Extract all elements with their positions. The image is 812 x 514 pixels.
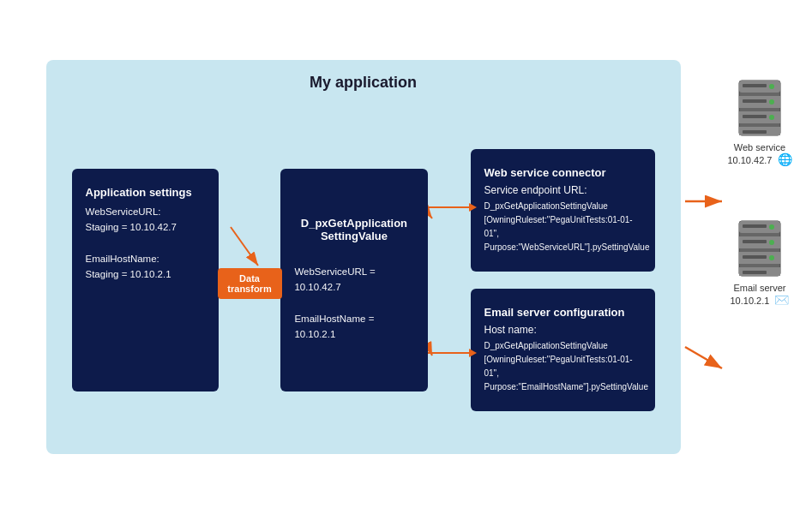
app-settings-line2: Staging = 10.10.42.7 (86, 219, 205, 235)
dt-line3: EmailHostName = (294, 311, 413, 326)
web-service-subtitle: Service endpoint URL: (484, 184, 641, 196)
svg-line-36 (685, 347, 722, 368)
email-icon: ✉️ (774, 293, 789, 307)
arrow-badge-area: Data transform (219, 279, 281, 281)
email-server-title: Email server configuration (484, 306, 641, 319)
svg-rect-20 (743, 130, 767, 134)
bottom-arrow (428, 352, 471, 354)
web-service-connector-box: Web service connector Service endpoint U… (471, 149, 655, 272)
diagram-title: My application (310, 74, 417, 92)
svg-point-16 (769, 115, 774, 120)
email-server-subtitle: Host name: (484, 324, 641, 336)
email-server-label: Email server (733, 283, 785, 293)
web-service-content: D_pxGetApplicationSettingValue [OwningRu… (484, 200, 641, 254)
web-service-title: Web service connector (484, 166, 641, 179)
app-settings-content: WebServiceURL: Staging = 10.10.42.7 Emai… (86, 204, 205, 283)
data-transform-badge: Data transform (218, 268, 282, 299)
svg-point-26 (769, 224, 774, 230)
data-transform-box: D_pxGetApplicationSettingValue WebServic… (280, 169, 427, 391)
app-settings-box: Application settings WebServiceURL: Stag… (72, 169, 219, 391)
email-server-ip: 10.10.2.1 (731, 296, 770, 306)
server-label-text: Web service 10.10.42.7 🌐 (727, 142, 791, 166)
right-arrows (428, 169, 471, 391)
svg-rect-30 (743, 240, 767, 243)
server-icons-panel: Web service 10.10.42.7 🌐 (727, 77, 791, 307)
svg-rect-29 (743, 224, 767, 228)
svg-rect-32 (743, 271, 767, 274)
globe-icon: 🌐 (778, 152, 792, 166)
bottom-arrow-line (428, 352, 471, 354)
svg-point-27 (769, 240, 774, 245)
ws-server-container: Web service 10.10.42.7 🌐 (727, 77, 791, 166)
data-transform-content: WebServiceURL = 10.10.42.7 EmailHostName… (294, 248, 413, 342)
svg-rect-17 (743, 84, 767, 87)
app-settings-line1: WebServiceURL: (86, 204, 205, 219)
web-service-label: Web service (734, 142, 785, 152)
app-settings-title: Application settings (86, 186, 205, 199)
dt-line2: 10.10.42.7 (294, 279, 413, 295)
email-server-group: Email server 10.10.2.1 ✉️ (731, 218, 790, 307)
web-service-ip: 10.10.42.7 (727, 155, 772, 165)
email-server-icon (736, 218, 784, 279)
top-arrowhead (469, 203, 477, 212)
svg-point-15 (769, 99, 774, 105)
app-settings-line4: Staging = 10.10.2.1 (86, 266, 205, 282)
svg-rect-19 (743, 115, 767, 118)
app-settings-line3: EmailHostName: (86, 251, 205, 266)
top-arrow (428, 206, 471, 208)
svg-rect-18 (743, 99, 767, 103)
email-server-config-box: Email server configuration Host name: D_… (471, 289, 655, 411)
es-server-container: Email server 10.10.2.1 ✉️ (731, 218, 790, 307)
application-area: My application (46, 60, 681, 454)
svg-rect-31 (743, 255, 767, 259)
top-arrow-line (428, 206, 471, 208)
bottom-arrowhead (469, 349, 477, 357)
web-service-server-icon (736, 77, 784, 139)
dt-line1: WebServiceURL = (294, 264, 413, 279)
svg-point-14 (769, 84, 774, 89)
diagram-container: My application (21, 34, 792, 480)
email-server-content: D_pxGetApplicationSettingValue [OwningRu… (484, 339, 641, 394)
dt-line4: 10.10.2.1 (294, 326, 413, 342)
data-transform-title: D_pxGetApplicationSettingValue (294, 217, 413, 242)
right-column: Web service connector Service endpoint U… (471, 149, 655, 411)
boxes-row: Application settings WebServiceURL: Stag… (46, 105, 681, 454)
svg-point-28 (769, 255, 774, 260)
email-server-label-text: Email server 10.10.2.1 ✉️ (731, 283, 790, 307)
web-service-server-group: Web service 10.10.42.7 🌐 (727, 77, 791, 166)
